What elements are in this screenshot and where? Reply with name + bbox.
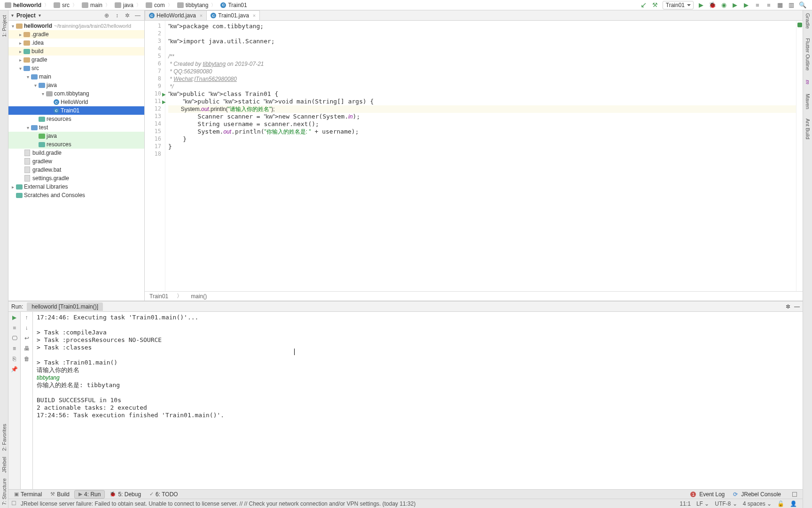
layout-icon[interactable]: ⎘ <box>11 355 18 363</box>
tool-window-button[interactable]: 1: Project <box>1 15 7 37</box>
rerun-icon[interactable]: ▶ <box>11 314 18 321</box>
project-tree[interactable]: ▾helloworld~/trainning/java/train02/hell… <box>8 21 144 301</box>
run-gutter-icon[interactable]: ▶ <box>162 92 166 97</box>
tree-node[interactable]: java <box>8 132 144 140</box>
attach-icon[interactable]: 🖵 <box>11 334 18 342</box>
run-tool-window: Run: helloworld [Train01.main()] ✲ — ▶ ■… <box>8 301 803 489</box>
tool-window-button[interactable]: Gradle <box>805 13 811 29</box>
stop-icon[interactable]: ■ <box>765 1 773 9</box>
build-icon[interactable]: ⚒ <box>651 1 659 9</box>
hide-icon[interactable]: — <box>794 303 800 310</box>
gutter[interactable]: 1234 56789 10▶ 11▶ 12131415161718 <box>145 21 165 291</box>
tool-window-button[interactable]: 2: Favorites <box>1 424 7 451</box>
editor-tab-active[interactable]: CTrain01.java× <box>206 10 260 20</box>
tool-window-button[interactable]: ✓6: TODO <box>146 491 182 498</box>
chevron-down-icon[interactable]: ▾ <box>39 13 41 18</box>
wrap-icon[interactable]: ↩ <box>23 334 31 342</box>
tree-node[interactable]: ▾java <box>8 81 144 89</box>
status-icon[interactable]: ☐ <box>11 500 19 508</box>
tree-node[interactable]: resources <box>8 140 144 149</box>
tool-window-button[interactable]: ▣Terminal <box>10 491 46 498</box>
tree-node-selected[interactable]: CTrain01 <box>8 106 144 115</box>
tool-window-button[interactable]: m <box>805 80 811 84</box>
tree-node[interactable]: resources <box>8 115 144 123</box>
run-tab[interactable]: helloworld [Train01.main()] <box>27 302 103 311</box>
sort-icon[interactable]: ↕ <box>113 12 121 19</box>
tool-window-button[interactable]: ⟳JRebel Console <box>729 491 785 498</box>
stop-icon[interactable]: ■ <box>11 324 18 332</box>
run-icon: ▶ <box>78 491 82 497</box>
close-icon[interactable]: × <box>200 13 203 18</box>
run-icon[interactable]: ▶ <box>697 1 705 9</box>
run-config-combo[interactable]: Train01 <box>663 1 694 9</box>
layout-icon[interactable]: ≡ <box>11 345 18 352</box>
close-icon[interactable]: × <box>253 13 256 18</box>
locate-icon[interactable]: ⊕ <box>103 12 110 19</box>
tree-node[interactable]: ▸External Libraries <box>8 183 144 191</box>
tool-window-button[interactable]: Maven <box>805 94 811 109</box>
tree-node[interactable]: Scratches and Consoles <box>8 191 144 199</box>
tree-node[interactable]: ▸build <box>8 47 144 56</box>
tool-window-button[interactable]: Flutter Outline <box>805 38 811 71</box>
chevron-down-icon[interactable]: ▾ <box>11 13 14 18</box>
tool-window-button[interactable]: 7: Structure <box>1 478 7 505</box>
tree-node[interactable]: ▾test <box>8 123 144 132</box>
tool-window-button[interactable]: Ant Build <box>805 119 811 139</box>
profile-icon[interactable]: ▶ <box>731 1 739 9</box>
lock-icon[interactable]: 🔓 <box>774 500 787 507</box>
hide-icon[interactable]: — <box>134 12 141 19</box>
indent[interactable]: 4 spaces ⌄ <box>740 500 774 507</box>
tree-node[interactable]: ▾com.tibbytang <box>8 89 144 98</box>
tree-node[interactable]: gradlew.bat <box>8 166 144 174</box>
sync-icon[interactable]: ↙ <box>640 1 648 9</box>
encoding[interactable]: UTF-8 ⌄ <box>712 500 740 507</box>
console-output[interactable]: 17:24:46: Executing task 'Train01.main()… <box>33 312 803 489</box>
layout-icon[interactable]: ▦ <box>776 1 784 9</box>
clear-icon[interactable]: 🗑 <box>23 355 31 363</box>
gear-icon[interactable]: ✲ <box>124 12 131 19</box>
search-icon[interactable]: 🔍 <box>799 1 806 9</box>
tool-window-button-active[interactable]: ▶4: Run <box>74 490 105 499</box>
breadcrumb[interactable]: src〉 <box>52 2 80 8</box>
tree-node[interactable]: build.gradle <box>8 149 144 157</box>
attach-icon[interactable]: ▶ <box>742 1 750 9</box>
pin-icon[interactable]: 📌 <box>11 365 18 373</box>
breadcrumb[interactable]: com〉 <box>144 2 175 8</box>
error-stripe[interactable] <box>796 21 803 291</box>
editor-breadcrumbs[interactable]: Train01〉main() <box>145 291 803 301</box>
editor-tab[interactable]: CHelloWorld.java× <box>145 10 207 20</box>
breadcrumb[interactable]: CTrain01 <box>219 2 249 8</box>
coverage-icon[interactable]: ◉ <box>720 1 727 9</box>
tool-window-button[interactable]: ⚒Build <box>47 491 73 498</box>
print-icon[interactable]: 🖶 <box>23 345 31 352</box>
tree-node[interactable]: CHelloWorld <box>8 98 144 106</box>
tree-node[interactable]: gradlew <box>8 157 144 166</box>
line-ending[interactable]: LF ⌄ <box>694 500 712 507</box>
tree-node[interactable]: ▾main <box>8 72 144 81</box>
debug-icon[interactable]: 🐞 <box>709 1 716 9</box>
run-gutter-icon[interactable]: ▶ <box>162 99 166 104</box>
cursor-position[interactable]: 11:1 <box>677 500 694 507</box>
tree-node[interactable]: ▸.idea <box>8 39 144 47</box>
breadcrumb[interactable]: java〉 <box>113 2 144 8</box>
inspector-icon[interactable]: 👤 <box>787 500 800 507</box>
tool-window-button[interactable]: 🐞5: Debug <box>106 491 145 498</box>
tool-window-button[interactable]: JRebel <box>1 457 7 473</box>
tree-node-root[interactable]: ▾helloworld~/trainning/java/train02/hell… <box>8 22 144 30</box>
breadcrumb[interactable]: main〉 <box>80 2 113 8</box>
tree-node[interactable]: settings.gradle <box>8 174 144 183</box>
breadcrumb[interactable]: tibbytang〉 <box>175 2 219 8</box>
code-area[interactable]: "kw">package com.tibbytang; "kw">import … <box>165 21 796 291</box>
up-icon[interactable]: ↑ <box>23 314 31 321</box>
layout-icon[interactable]: ▥ <box>788 1 795 9</box>
editor[interactable]: 1234 56789 10▶ 11▶ 12131415161718 "kw">p… <box>145 21 803 291</box>
tree-node[interactable]: ▾src <box>8 64 144 72</box>
gear-icon[interactable]: ✲ <box>786 303 790 310</box>
tree-node[interactable]: ▸gradle <box>8 56 144 64</box>
down-icon[interactable]: ↓ <box>23 324 31 332</box>
stop-icon[interactable]: ■ <box>754 1 761 9</box>
tool-window-button[interactable]: 1Event Log <box>687 491 728 498</box>
breadcrumb[interactable]: helloworld〉 <box>3 2 52 8</box>
tree-node[interactable]: ▸.gradle <box>8 30 144 39</box>
memory-indicator[interactable] <box>786 492 801 497</box>
